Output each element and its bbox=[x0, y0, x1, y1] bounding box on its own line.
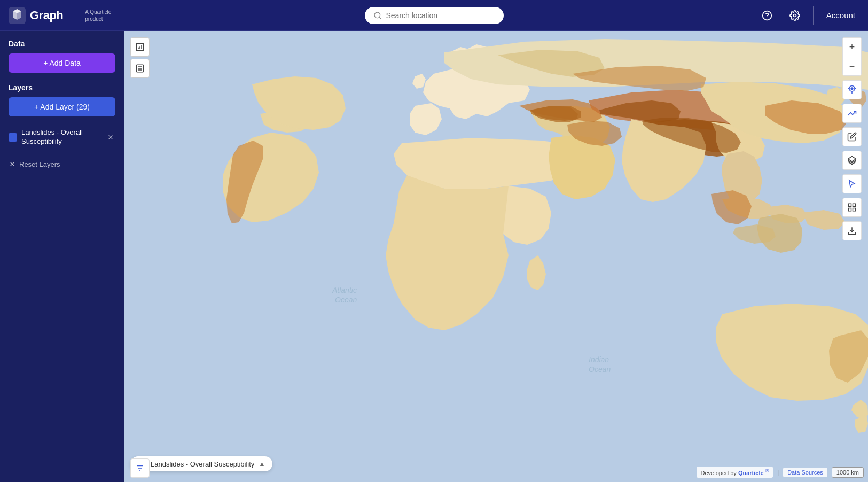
main-content: Data + Add Data Layers + Add Layer (29) … bbox=[0, 31, 868, 482]
map-bottom-bar: Developed by Quarticle ® | Data Sources … bbox=[697, 467, 864, 478]
map-legend-bar[interactable]: Landslides - Overall Susceptibility ▲ bbox=[130, 456, 272, 471]
app-header: Graph A Quarticle product bbox=[0, 0, 868, 31]
layer-name: Landslides - Overall Susceptibility bbox=[21, 128, 106, 146]
graph-logo-icon bbox=[9, 7, 26, 24]
x-icon bbox=[9, 160, 16, 168]
grid-icon bbox=[847, 203, 857, 212]
quarticle-link[interactable]: Quarticle bbox=[738, 470, 764, 476]
svg-rect-21 bbox=[848, 204, 851, 206]
select-icon bbox=[847, 179, 857, 189]
map-area: Atlantic Ocean Indian Ocean bbox=[124, 31, 868, 482]
chart-tool-button[interactable] bbox=[130, 37, 150, 57]
svg-rect-22 bbox=[853, 204, 856, 206]
zoom-out-button[interactable]: − bbox=[842, 57, 862, 76]
list-tool-button[interactable] bbox=[130, 59, 150, 78]
account-button[interactable]: Account bbox=[822, 7, 859, 23]
draw-button[interactable] bbox=[842, 127, 862, 146]
svg-text:Ocean: Ocean bbox=[335, 296, 357, 304]
scale-bar: 1000 km bbox=[832, 467, 864, 478]
layers-section-title: Layers bbox=[9, 83, 115, 92]
logo-divider bbox=[74, 6, 74, 25]
svg-text:Atlantic: Atlantic bbox=[332, 286, 357, 294]
grid-button[interactable] bbox=[842, 198, 862, 217]
chart-bar-icon bbox=[135, 42, 145, 52]
map-toolbar-left bbox=[130, 37, 150, 78]
help-icon bbox=[762, 10, 772, 21]
legend-label: Landslides - Overall Susceptibility bbox=[151, 460, 254, 468]
svg-point-19 bbox=[851, 88, 853, 90]
add-layer-button[interactable]: + Add Layer (29) bbox=[9, 97, 115, 116]
map-toolbar-right: + − bbox=[842, 37, 862, 240]
logo-area: Graph A Quarticle product bbox=[9, 6, 111, 25]
layer-color-indicator bbox=[9, 133, 17, 142]
add-data-button[interactable]: + Add Data bbox=[9, 53, 115, 73]
search-bar bbox=[365, 7, 504, 24]
zoom-control-group: + − bbox=[842, 37, 862, 76]
search-input[interactable] bbox=[386, 11, 495, 20]
layer-item-left: Landslides - Overall Susceptibility bbox=[9, 128, 106, 146]
svg-point-1 bbox=[374, 12, 380, 18]
data-sources-link[interactable]: Data Sources bbox=[783, 468, 827, 477]
data-section-title: Data bbox=[9, 40, 115, 48]
download-button[interactable] bbox=[842, 221, 862, 240]
developed-by-text: Developed by Quarticle ® bbox=[697, 467, 773, 478]
world-map: Atlantic Ocean Indian Ocean bbox=[124, 31, 868, 482]
trend-button[interactable] bbox=[842, 104, 862, 123]
legend-chevron-icon: ▲ bbox=[259, 460, 265, 468]
close-icon bbox=[107, 134, 114, 141]
locate-me-button[interactable] bbox=[842, 80, 862, 99]
select-button[interactable] bbox=[842, 174, 862, 193]
svg-text:Ocean: Ocean bbox=[589, 365, 611, 374]
settings-icon bbox=[789, 10, 800, 21]
pencil-icon bbox=[847, 132, 857, 142]
search-icon bbox=[373, 11, 382, 20]
reset-layers-button[interactable]: Reset Layers bbox=[9, 158, 115, 170]
search-input-wrapper bbox=[365, 7, 504, 24]
layers-stack-icon bbox=[847, 156, 857, 165]
layers-button[interactable] bbox=[842, 151, 862, 170]
svg-point-4 bbox=[793, 14, 796, 17]
list-icon bbox=[135, 64, 145, 73]
download-icon bbox=[847, 226, 857, 236]
header-right: Account bbox=[757, 6, 859, 25]
svg-rect-23 bbox=[848, 208, 851, 211]
settings-button[interactable] bbox=[785, 6, 804, 25]
filter-list-icon bbox=[135, 463, 145, 473]
svg-text:Indian: Indian bbox=[589, 355, 609, 364]
layer-remove-button[interactable] bbox=[106, 133, 115, 142]
logo-text: Graph bbox=[30, 9, 63, 22]
layer-item: Landslides - Overall Susceptibility bbox=[9, 125, 115, 150]
header-divider bbox=[813, 6, 814, 25]
map-bottom-left bbox=[130, 458, 150, 478]
trend-icon bbox=[847, 108, 857, 118]
quarticle-badge: A Quarticle product bbox=[85, 9, 111, 22]
help-button[interactable] bbox=[757, 6, 777, 25]
location-icon bbox=[847, 85, 857, 95]
sidebar: Data + Add Data Layers + Add Layer (29) … bbox=[0, 31, 124, 482]
zoom-in-button[interactable]: + bbox=[842, 37, 862, 57]
layers-toggle-button[interactable] bbox=[130, 458, 150, 478]
svg-rect-24 bbox=[853, 208, 856, 211]
